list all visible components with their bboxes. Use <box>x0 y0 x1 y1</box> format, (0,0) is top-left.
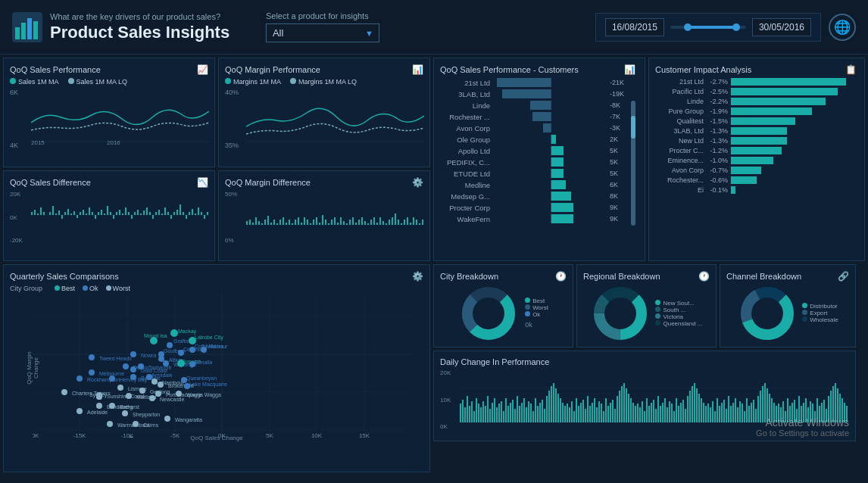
svg-rect-87 <box>298 217 299 225</box>
svg-text:Grafton: Grafton <box>173 338 191 344</box>
svg-rect-53 <box>161 213 163 215</box>
svg-rect-327 <box>626 388 627 422</box>
product-select[interactable]: All <box>266 23 379 42</box>
date-end[interactable]: 30/05/2016 <box>752 18 811 36</box>
svg-rect-343 <box>662 403 663 422</box>
svg-rect-30 <box>92 212 93 215</box>
svg-rect-33 <box>101 210 102 215</box>
svg-text:10K: 10K <box>311 432 323 438</box>
svg-rect-43 <box>131 215 133 219</box>
svg-rect-254 <box>460 404 461 422</box>
channel-breakdown-title: Channel Breakdown 🔗 <box>726 271 849 282</box>
svg-rect-336 <box>646 398 648 422</box>
y-axis-label: QoQ Margin Change <box>26 345 39 391</box>
regional-donut-chart <box>590 283 651 344</box>
svg-rect-79 <box>273 220 275 225</box>
svg-rect-331 <box>635 406 636 422</box>
svg-rect-277 <box>512 400 514 422</box>
svg-rect-16 <box>49 212 51 215</box>
svg-text:Mackay: Mackay <box>178 329 197 335</box>
svg-rect-278 <box>514 409 516 422</box>
svg-rect-97 <box>328 223 329 225</box>
qoq-sales-diff-card: QoQ Sales Difference 📉 20K0K-20K <box>3 170 215 261</box>
svg-point-209 <box>130 351 136 357</box>
svg-rect-287 <box>535 398 536 422</box>
svg-rect-312 <box>592 403 593 422</box>
y-axis-margin-labels: 40%35% <box>225 89 246 149</box>
svg-point-154 <box>76 408 83 414</box>
svg-rect-107 <box>358 220 360 225</box>
svg-point-184 <box>139 388 145 394</box>
customer-row: Medline6K <box>440 180 629 189</box>
svg-rect-316 <box>601 404 602 422</box>
svg-rect-31 <box>95 215 96 219</box>
svg-rect-321 <box>612 400 614 422</box>
svg-rect-10 <box>31 212 33 215</box>
svg-rect-27 <box>83 210 84 215</box>
svg-text:Benalla: Benalla <box>195 360 212 365</box>
svg-text:Armidale: Armidale <box>151 372 173 378</box>
customer-row: Rochester ...-7K <box>440 112 629 121</box>
qoq-customers-title: QoQ Sales Performance - Customers 📊 <box>440 64 635 75</box>
svg-text:Tweed Heads: Tweed Heads <box>99 356 132 361</box>
city-breakdown-title: City Breakdown 🕐 <box>440 271 567 282</box>
svg-rect-307 <box>580 403 582 422</box>
channel-breakdown-card: Channel Breakdown 🔗 Distributor Export W… <box>720 264 856 347</box>
svg-text:Shepparton: Shepparton <box>133 412 160 418</box>
customers-scrollbar[interactable] <box>631 101 635 226</box>
svg-rect-302 <box>569 407 570 422</box>
svg-rect-293 <box>548 391 550 422</box>
svg-rect-284 <box>528 401 529 422</box>
svg-text:Cairns: Cairns <box>143 422 159 428</box>
svg-rect-346 <box>669 401 670 422</box>
svg-rect-108 <box>361 217 363 225</box>
date-start[interactable]: 16/08/2015 <box>605 18 664 36</box>
svg-rect-314 <box>596 407 598 422</box>
svg-rect-317 <box>603 411 604 422</box>
svg-rect-261 <box>476 398 477 422</box>
svg-rect-123 <box>407 217 408 225</box>
svg-rect-286 <box>532 411 534 422</box>
svg-point-205 <box>130 366 136 372</box>
svg-rect-354 <box>687 396 688 422</box>
svg-rect-13 <box>40 207 42 215</box>
channel-donut-chart <box>737 283 798 344</box>
svg-point-197 <box>151 379 158 385</box>
svg-rect-372 <box>728 396 729 422</box>
customer-row: Linde-8K <box>440 101 629 110</box>
svg-rect-115 <box>382 221 384 225</box>
svg-rect-55 <box>167 212 169 215</box>
svg-rect-292 <box>546 396 548 422</box>
svg-rect-120 <box>398 220 399 225</box>
svg-rect-263 <box>480 407 482 422</box>
svg-rect-2 <box>21 23 26 39</box>
svg-rect-289 <box>539 403 541 422</box>
svg-rect-100 <box>337 223 339 225</box>
svg-rect-348 <box>673 411 675 422</box>
svg-rect-93 <box>316 217 317 225</box>
svg-rect-96 <box>325 220 326 225</box>
svg-text:5K: 5K <box>266 432 273 438</box>
product-select-wrapper[interactable]: All ▼ <box>266 23 379 42</box>
svg-rect-89 <box>304 217 305 225</box>
svg-rect-121 <box>401 223 402 225</box>
scatter-chart: 5% 0% -5% -10% -20K -15K -10K -5K 0K 5K … <box>33 294 430 438</box>
svg-rect-119 <box>395 213 396 225</box>
bottom-right-grid: City Breakdown 🕐 Best Worst Ok 0k <box>433 264 865 472</box>
main-grid: QoQ Sales Performance 📈 Sales 1M MA Sale… <box>0 55 868 483</box>
svg-rect-319 <box>607 406 609 422</box>
margin-diff-chart <box>246 191 424 240</box>
svg-point-164 <box>133 421 139 427</box>
svg-rect-66 <box>201 212 202 215</box>
header: What are the key drivers of our product … <box>0 0 868 55</box>
svg-rect-116 <box>386 223 387 225</box>
filter-label: Select a product for insights <box>266 11 369 20</box>
svg-text:Lake Macquarie: Lake Macquarie <box>189 382 227 388</box>
svg-rect-91 <box>310 223 311 225</box>
globe-icon[interactable]: 🌐 <box>829 14 856 41</box>
svg-point-158 <box>109 403 115 409</box>
date-slider[interactable] <box>670 26 746 29</box>
svg-point-162 <box>107 421 113 427</box>
city-legend: Best Worst Ok 0k <box>525 298 548 329</box>
qoq-sales-legend: Sales 1M MA Sales 1M MA LQ <box>10 78 208 86</box>
